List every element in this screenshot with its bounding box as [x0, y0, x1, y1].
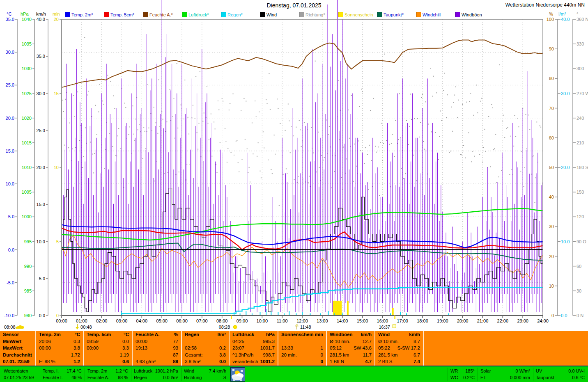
axis-tick-label: 70 [549, 106, 554, 111]
axis-tick-label: 11:48 [300, 325, 311, 329]
direction-dot [477, 112, 478, 113]
direction-dot [280, 123, 280, 124]
axis-tick-label: 270 W [577, 91, 588, 96]
axis-tick-label: 11:00 [277, 318, 288, 323]
direction-dot [186, 180, 186, 181]
sunset-sun-icon [393, 325, 396, 328]
axis-tick-label: 80 [549, 76, 554, 81]
axis-tick-label: 5.0 [8, 214, 14, 219]
status-section-druck-regen: Luftdruck1001.2 hPaRegen0.0 l/m² [131, 368, 181, 381]
direction-dot [468, 133, 469, 133]
axis-tick-label: 04:00 [136, 318, 148, 323]
direction-dot [177, 63, 177, 64]
stats-cell: 13:331 [278, 345, 326, 352]
direction-dot [125, 107, 126, 108]
direction-dot [80, 125, 81, 126]
direction-dot [270, 109, 271, 110]
direction-dot [289, 121, 289, 121]
direction-dot [193, 105, 193, 106]
stats-cell: Gesamt:3.8 [182, 352, 229, 359]
status-section-wr-wc: WR185°WC0.2°C [448, 368, 477, 381]
direction-dot [399, 93, 400, 94]
direction-dot [432, 96, 433, 96]
direction-dot [440, 111, 441, 112]
direction-dot [428, 124, 429, 125]
direction-dot [479, 154, 480, 155]
direction-dot [540, 126, 540, 126]
stats-row-label: MaxWert [0, 345, 35, 352]
direction-dot [458, 100, 459, 101]
direction-dot [95, 105, 96, 106]
direction-dot [531, 174, 532, 175]
status-section-innen: Temp. I.17.4 °CFeuchte I.49 % [40, 368, 84, 381]
stats-cell: 87 [133, 352, 181, 359]
direction-dot [288, 104, 289, 105]
direction-dot [329, 126, 330, 127]
axis-tick-label: 0.0 [39, 313, 45, 318]
axis-tick-label: 5.0 [39, 276, 45, 281]
status-row: WR185° [450, 368, 477, 374]
axis-tick-label: 1015 [22, 140, 32, 145]
direction-dot [494, 148, 495, 149]
direction-dot [419, 137, 420, 137]
direction-dot [482, 162, 483, 162]
direction-dot [430, 68, 431, 69]
stats-cell: 02:580.2 [182, 345, 229, 352]
direction-dot [298, 176, 299, 177]
direction-dot [481, 98, 482, 98]
stats-cell: ^1.3hPa/h998.7 [230, 352, 278, 359]
direction-dot [136, 119, 136, 119]
axis-tick-label: 980 [24, 313, 32, 318]
axis-tick-label: 5 [56, 239, 59, 244]
direction-dot [110, 81, 111, 82]
direction-dot [473, 115, 474, 116]
direction-dot [349, 138, 350, 139]
direction-dot [138, 129, 138, 130]
direction-dot [304, 122, 305, 123]
direction-dot [316, 172, 317, 172]
direction-dot [90, 142, 91, 142]
direction-dot [463, 145, 464, 146]
stats-table-filler [424, 331, 588, 366]
direction-dot [452, 131, 453, 132]
direction-dot [200, 71, 200, 72]
status-row: Temp. 2m1.2 °C [87, 368, 131, 374]
stats-cell: 04:25995.3 [230, 338, 278, 345]
axis-tick-label: 330 [577, 41, 584, 46]
direction-dot [114, 108, 115, 109]
direction-dot [346, 158, 347, 159]
direction-dot [441, 120, 442, 121]
status-row: Wetterdaten [4, 368, 39, 374]
direction-dot [343, 147, 344, 148]
direction-dot [102, 101, 103, 101]
direction-dot [408, 144, 409, 145]
direction-dot [518, 126, 519, 127]
stats-row-label: 07.01. 23:59 [0, 358, 35, 365]
direction-dot [85, 128, 86, 128]
axis-tick-label: 20 [549, 254, 554, 259]
direction-dot [286, 168, 287, 169]
axis-tick-label: 180 S [577, 165, 588, 170]
corner-moon-icon [16, 325, 24, 329]
direction-dot [376, 152, 377, 153]
axis-tick-label: 06:00 [176, 318, 188, 323]
direction-dot [411, 119, 412, 120]
direction-dot [129, 134, 129, 135]
direction-dot [351, 95, 352, 96]
direction-dot [439, 136, 440, 137]
stats-row-labels: SensorMinWertMaxWertDurchschnitt07.01. 2… [0, 331, 36, 366]
direction-dot [174, 98, 175, 99]
direction-dot [425, 101, 426, 102]
direction-dot [87, 95, 88, 96]
stats-cell: 0.6 [84, 358, 132, 365]
direction-dot [157, 133, 158, 134]
axis-tick-label: 02:00 [96, 318, 108, 323]
direction-dot [442, 146, 443, 146]
moonrise-icon [295, 324, 299, 326]
axis-tick-label: 13:00 [317, 318, 328, 323]
axis-tick-label: 0.0 [561, 313, 567, 318]
direction-dot [501, 170, 502, 171]
direction-dot [230, 103, 230, 104]
direction-dot [326, 120, 327, 121]
axis-tick-label: 40.0 [37, 17, 45, 22]
